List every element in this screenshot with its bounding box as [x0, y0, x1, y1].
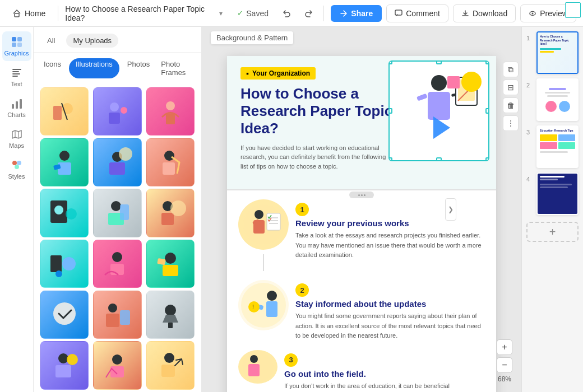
svg-rect-26 — [109, 162, 125, 175]
page-thumb-1[interactable]: How to Choose a Research Paper Topic Ide… — [536, 31, 579, 74]
illustration-item-14[interactable] — [93, 291, 141, 339]
org-label: Your Organization — [252, 69, 310, 77]
illustrations-grid — [34, 83, 201, 392]
home-label: Home — [25, 9, 45, 18]
selection-handle-bl — [388, 157, 392, 161]
svg-rect-35 — [120, 204, 129, 220]
sidebar-item-maps[interactable]: Maps — [2, 124, 31, 153]
styles-icon — [11, 159, 23, 171]
svg-point-3 — [532, 12, 534, 14]
maps-label: Maps — [9, 142, 24, 149]
svg-rect-21 — [166, 114, 175, 124]
zoom-out-button[interactable]: − — [497, 357, 512, 373]
document-title[interactable]: How to Choose a Research Paper Topic Ide… — [65, 4, 223, 22]
page-thumb-3[interactable]: Education Research Tips — [536, 125, 579, 168]
divider-2 — [323, 6, 324, 21]
comment-button[interactable]: Comment — [386, 4, 448, 22]
illustration-item-10[interactable] — [40, 240, 89, 288]
more-tool-btn[interactable]: ⋮ — [503, 115, 519, 131]
svg-point-13 — [15, 165, 19, 169]
illustration-item-1[interactable] — [40, 87, 89, 136]
illustration-item-6[interactable] — [146, 138, 195, 186]
slide-subtitle: If you have decided to start working on … — [240, 143, 386, 171]
subtab-icons[interactable]: Icons — [40, 58, 64, 78]
illustration-item-2[interactable] — [93, 87, 141, 136]
tab-all[interactable]: All — [40, 34, 62, 48]
comment-icon — [395, 10, 402, 17]
illustration-item-18[interactable] — [146, 341, 195, 389]
step-3-title: Go out into the field. — [284, 369, 485, 379]
svg-rect-29 — [163, 162, 175, 175]
svg-rect-79 — [266, 301, 277, 317]
illustration-item-12[interactable] — [146, 240, 195, 288]
canvas-scroll[interactable]: Background & Pattern ▪ Your Organization… — [202, 27, 521, 392]
page-num-3: 3 — [526, 125, 533, 136]
share-button[interactable]: Share — [331, 5, 382, 22]
undo-button[interactable] — [279, 4, 295, 22]
step-1-text: 1 Review your previous works Take a look… — [295, 199, 485, 260]
undo-icon — [283, 9, 292, 18]
svg-point-41 — [55, 270, 62, 277]
download-button[interactable]: Download — [453, 4, 516, 22]
canvas-area: Background & Pattern ▪ Your Organization… — [202, 27, 521, 392]
layers-tool-btn[interactable]: ⊟ — [503, 80, 519, 95]
scroll-handle[interactable] — [349, 192, 374, 198]
selection-handle-bm — [436, 157, 442, 161]
preview-icon — [529, 10, 536, 17]
pages-panel: 1 How to Choose a Research Paper Topic I… — [521, 27, 583, 392]
svg-point-78 — [267, 291, 277, 301]
svg-point-11 — [12, 161, 17, 165]
svg-rect-14 — [53, 106, 62, 120]
canvas-page: ▪ Your Organization How to Choose a Rese… — [227, 56, 496, 392]
svg-point-17 — [110, 102, 119, 111]
sidebar-item-graphics[interactable]: Graphics — [2, 31, 31, 61]
subtab-photos[interactable]: Photos — [124, 58, 153, 78]
svg-rect-6 — [12, 43, 16, 47]
background-pattern-label[interactable]: Background & Pattern — [211, 31, 293, 44]
page-thumb-4[interactable] — [536, 172, 579, 215]
svg-point-12 — [17, 161, 21, 165]
illustration-item-15[interactable] — [146, 291, 195, 339]
svg-rect-1 — [395, 10, 402, 15]
svg-rect-46 — [157, 258, 166, 265]
chevron-down-icon: ▾ — [219, 10, 223, 17]
delete-tool-btn[interactable]: 🗑 — [503, 97, 519, 113]
add-page-button[interactable]: + — [526, 222, 579, 242]
illustration-item-7[interactable] — [40, 189, 89, 237]
redo-button[interactable] — [300, 4, 317, 22]
illustration-item-8[interactable] — [93, 189, 141, 237]
page-thumb-2[interactable] — [536, 78, 579, 121]
svg-rect-49 — [106, 314, 119, 327]
home-icon — [12, 9, 21, 18]
svg-rect-37 — [161, 213, 174, 225]
sidebar-item-styles[interactable]: Styles — [2, 155, 31, 184]
home-button[interactable]: Home — [7, 6, 51, 21]
zoom-in-button[interactable]: + — [497, 339, 512, 355]
subtab-photo-frames[interactable]: Photo Frames — [158, 58, 195, 78]
subtab-illustrations[interactable]: Illustrations — [69, 58, 119, 78]
svg-rect-54 — [55, 365, 71, 377]
svg-rect-10 — [20, 99, 22, 109]
copy-tool-btn[interactable]: ⧉ — [503, 62, 519, 77]
illustration-item-11[interactable] — [93, 240, 141, 288]
illustration-item-16[interactable] — [40, 341, 89, 389]
step-2-num: 2 — [295, 283, 309, 297]
comment-label: Comment — [406, 9, 440, 18]
sidebar-icons: Graphics Text Charts Maps — [0, 27, 34, 392]
svg-point-33 — [111, 201, 121, 211]
illustration-item-3[interactable] — [146, 87, 195, 136]
svg-point-56 — [112, 354, 122, 365]
step-3-num: 3 — [284, 353, 298, 367]
illustration-item-9[interactable] — [146, 189, 195, 237]
illustration-item-5[interactable] — [93, 138, 141, 186]
hero-illustration[interactable]: ↻ — [388, 60, 489, 161]
svg-point-47 — [53, 302, 76, 325]
svg-point-40 — [62, 257, 76, 270]
tab-my-uploads[interactable]: My Uploads — [66, 34, 118, 48]
illustration-item-17[interactable] — [93, 341, 141, 389]
pages-collapse-handle[interactable]: ❯ — [445, 198, 456, 221]
illustration-item-4[interactable] — [40, 138, 89, 186]
sidebar-item-charts[interactable]: Charts — [2, 93, 31, 123]
sidebar-item-text[interactable]: Text — [2, 62, 31, 92]
illustration-item-13[interactable] — [40, 291, 89, 339]
